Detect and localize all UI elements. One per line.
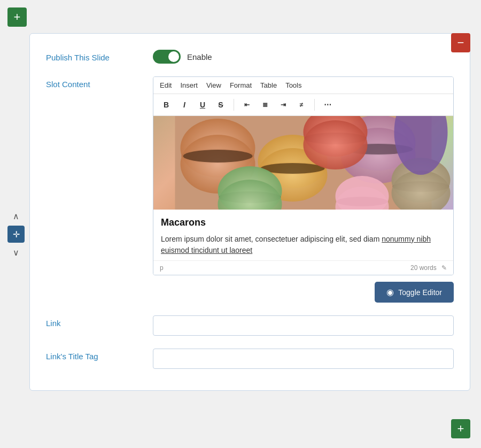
bold-button[interactable]: B [159,97,174,112]
toggle-editor-container: ◉ Toggle Editor [153,275,454,303]
link-input-wrapper [153,315,454,336]
enable-label: Enable [187,52,212,61]
menu-view[interactable]: View [206,81,221,89]
editor-menubar: Edit Insert View Format Table Tools [153,77,453,94]
toolbar-separator-1 [234,99,234,111]
menu-edit[interactable]: Edit [160,81,172,89]
publish-slide-label: Publish This Slide [46,50,153,62]
remove-button[interactable]: − [451,33,470,52]
align-center-button[interactable]: ≣ [258,97,273,112]
bottom-add-button[interactable]: + [451,419,470,438]
editor-tag: p [160,264,164,272]
menu-insert[interactable]: Insert [180,81,198,89]
link-row: Link [46,315,454,336]
publish-slide-row: Publish This Slide Enable [46,50,454,64]
link-label: Link [46,315,153,328]
drag-handle-button[interactable]: ✛ [7,226,25,243]
word-count: 20 words [410,264,437,272]
align-justify-button[interactable]: ≠ [294,97,309,112]
editor-body-text: Lorem ipsum dolor sit amet, consectetuer… [161,234,446,256]
move-up-button[interactable]: ∧ [9,208,24,223]
editor-body[interactable]: Macarons Lorem ipsum dolor sit amet, con… [153,116,453,260]
slot-content-row: Slot Content Edit Insert View Format Tab… [46,76,454,303]
editor-content[interactable]: Macarons Lorem ipsum dolor sit amet, con… [153,210,453,260]
publish-toggle[interactable] [153,50,181,64]
toolbar-separator-2 [314,99,315,111]
editor-footer: p 20 words ✎ [153,260,453,275]
move-down-button[interactable]: ∨ [9,245,24,260]
link-title-tag-label: Link's Title Tag [46,349,153,361]
macaron-svg [153,116,453,210]
italic-button[interactable]: I [177,97,192,112]
publish-slide-content: Enable [153,50,454,64]
top-add-button[interactable]: + [7,7,27,27]
align-left-button[interactable]: ⇤ [239,97,254,112]
link-input[interactable] [153,315,454,336]
editor-title: Macarons [161,217,446,228]
editor-image [153,116,453,210]
slot-content-label: Slot Content [46,76,153,89]
link-title-tag-input-wrapper [153,349,454,369]
toggle-editor-label: Toggle Editor [398,288,442,297]
svg-point-4 [183,150,253,163]
edit-pencil-icon[interactable]: ✎ [441,264,447,272]
slot-content-area: Edit Insert View Format Table Tools B I … [153,76,454,303]
menu-tools[interactable]: Tools [285,81,301,89]
editor-toolbar: B I U S ⇤ ≣ ⇥ ≠ ⋯ [153,94,453,116]
underline-button[interactable]: U [195,97,210,112]
svg-point-15 [304,120,368,169]
word-count-area: 20 words ✎ [410,264,447,272]
toggle-editor-button[interactable]: ◉ Toggle Editor [375,282,454,303]
align-right-button[interactable]: ⇥ [276,97,291,112]
menu-table[interactable]: Table [260,81,277,89]
link-title-tag-input[interactable] [153,349,454,369]
slide-card: Publish This Slide Enable Slot Content E… [29,33,470,391]
left-controls: ∧ ✛ ∨ [7,208,25,260]
strikethrough-button[interactable]: S [213,97,228,112]
eye-icon: ◉ [386,287,394,297]
link-title-tag-row: Link's Title Tag [46,349,454,369]
more-options-button[interactable]: ⋯ [320,97,335,112]
rich-text-editor: Edit Insert View Format Table Tools B I … [153,76,454,275]
menu-format[interactable]: Format [230,81,252,89]
